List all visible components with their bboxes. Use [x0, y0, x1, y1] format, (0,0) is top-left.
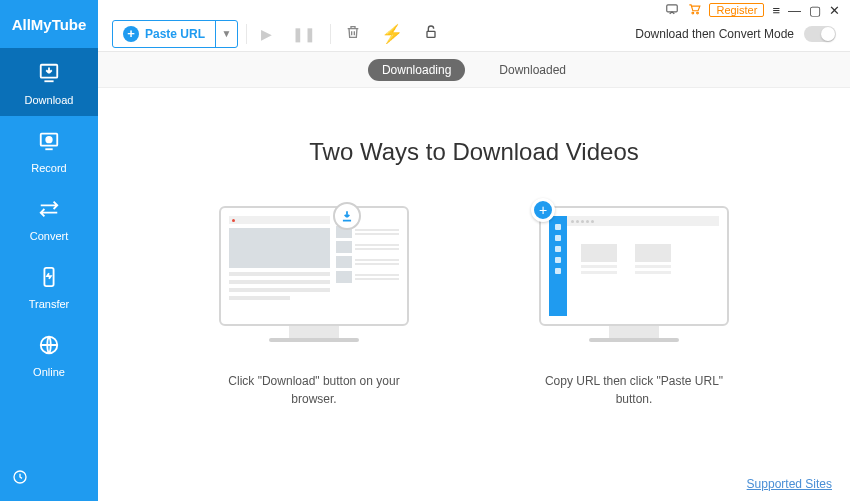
- plus-icon: +: [123, 26, 139, 42]
- download-icon: [38, 62, 60, 88]
- main-area: Register ≡ — ▢ ✕ + Paste URL ▼ ▶ ❚❚ ⚡ Do…: [98, 0, 850, 501]
- tabbar: Downloading Downloaded: [98, 52, 850, 88]
- record-icon: [38, 130, 60, 156]
- delete-button[interactable]: [339, 20, 367, 47]
- online-icon: [38, 334, 60, 360]
- clock-icon[interactable]: [12, 469, 28, 489]
- method-caption: Click "Download" button on your browser.: [214, 372, 414, 408]
- convert-mode-label: Download then Convert Mode: [635, 27, 794, 41]
- svg-point-10: [697, 12, 699, 14]
- pause-button[interactable]: ❚❚: [286, 22, 322, 46]
- method-paste-url: + Copy URL then click "Paste URL" button…: [534, 206, 734, 408]
- paste-url-dropdown[interactable]: ▼: [215, 21, 237, 47]
- divider: [330, 24, 331, 44]
- register-button[interactable]: Register: [709, 3, 764, 17]
- svg-rect-11: [427, 31, 435, 37]
- sidebar-item-label: Record: [31, 162, 66, 174]
- transfer-icon: [38, 266, 60, 292]
- download-badge-icon: [333, 202, 361, 230]
- sidebar: AllMyTube Download Record Convert Transf…: [0, 0, 98, 501]
- sidebar-item-record[interactable]: Record: [0, 116, 98, 184]
- turbo-button[interactable]: ⚡: [375, 19, 409, 49]
- monitor-illustration: +: [539, 206, 729, 326]
- plus-badge-icon: +: [531, 198, 555, 222]
- paste-url-button[interactable]: + Paste URL: [113, 21, 215, 47]
- brand-title: AllMyTube: [0, 0, 98, 48]
- sidebar-item-transfer[interactable]: Transfer: [0, 252, 98, 320]
- sidebar-item-label: Transfer: [29, 298, 70, 310]
- paste-url-group: + Paste URL ▼: [112, 20, 238, 48]
- sidebar-item-label: Download: [25, 94, 74, 106]
- paste-url-label: Paste URL: [145, 27, 205, 41]
- sidebar-item-convert[interactable]: Convert: [0, 184, 98, 252]
- toolbar-right: Download then Convert Mode: [635, 26, 836, 42]
- tab-downloading[interactable]: Downloading: [368, 59, 465, 81]
- divider: [246, 24, 247, 44]
- method-browser: Click "Download" button on your browser.: [214, 206, 414, 408]
- sidebar-item-label: Convert: [30, 230, 69, 242]
- sidebar-item-download[interactable]: Download: [0, 48, 98, 116]
- content-area: Two Ways to Download Videos: [98, 88, 850, 501]
- headline: Two Ways to Download Videos: [309, 138, 639, 166]
- tab-downloaded[interactable]: Downloaded: [485, 59, 580, 81]
- supported-sites-link[interactable]: Supported Sites: [747, 477, 832, 491]
- unlock-button[interactable]: [417, 20, 445, 47]
- sidebar-item-label: Online: [33, 366, 65, 378]
- convert-icon: [38, 198, 60, 224]
- toolbar: + Paste URL ▼ ▶ ❚❚ ⚡ Download then Conve…: [98, 16, 850, 52]
- monitor-illustration: [219, 206, 409, 326]
- sidebar-bottom: [0, 457, 98, 501]
- titlebar: Register ≡ — ▢ ✕: [98, 0, 850, 16]
- sidebar-item-online[interactable]: Online: [0, 320, 98, 388]
- methods-row: Click "Download" button on your browser.: [214, 206, 734, 408]
- convert-mode-toggle[interactable]: [804, 26, 836, 42]
- svg-point-9: [692, 12, 694, 14]
- svg-point-3: [46, 137, 52, 143]
- method-caption: Copy URL then click "Paste URL" button.: [534, 372, 734, 408]
- svg-rect-8: [667, 5, 678, 12]
- play-button[interactable]: ▶: [255, 22, 278, 46]
